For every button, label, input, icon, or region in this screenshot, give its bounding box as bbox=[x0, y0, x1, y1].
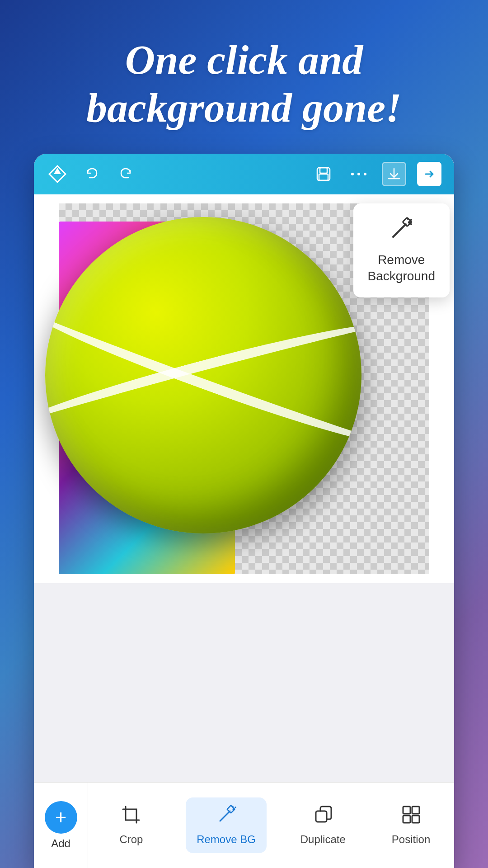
undo-button[interactable] bbox=[79, 162, 103, 186]
tool-list: Crop Remove BG bbox=[88, 783, 454, 868]
app-card: Remove Background + Add Crop bbox=[34, 154, 454, 868]
duplicate-label: Duplicate bbox=[300, 833, 346, 846]
svg-point-6 bbox=[357, 173, 360, 175]
hero-line1: One click and bbox=[125, 37, 363, 83]
more-options-button[interactable] bbox=[347, 162, 371, 186]
remove-background-tooltip: Remove Background bbox=[353, 203, 450, 297]
add-label: Add bbox=[51, 837, 70, 850]
hero-heading: One click and background gone! bbox=[0, 0, 488, 155]
svg-rect-4 bbox=[319, 174, 328, 180]
crop-tool[interactable]: Crop bbox=[99, 797, 163, 853]
svg-rect-19 bbox=[316, 811, 327, 822]
popup-label: Remove Background bbox=[368, 252, 435, 285]
svg-line-8 bbox=[393, 224, 406, 237]
redo-button[interactable] bbox=[114, 162, 139, 186]
add-circle-icon: + bbox=[45, 801, 77, 834]
crop-icon bbox=[121, 805, 141, 829]
position-label: Position bbox=[392, 833, 430, 846]
svg-point-13 bbox=[410, 223, 412, 225]
remove-bg-icon bbox=[216, 805, 236, 829]
svg-point-10 bbox=[408, 221, 411, 224]
position-tool[interactable]: Position bbox=[380, 797, 443, 853]
svg-point-16 bbox=[232, 808, 235, 811]
svg-point-18 bbox=[232, 806, 234, 807]
svg-point-11 bbox=[410, 219, 412, 221]
svg-line-14 bbox=[220, 811, 230, 821]
app-toolbar bbox=[34, 154, 454, 194]
svg-point-5 bbox=[351, 173, 354, 175]
svg-point-7 bbox=[364, 173, 366, 175]
hero-line2: background gone! bbox=[86, 85, 402, 131]
duplicate-tool[interactable]: Duplicate bbox=[290, 797, 357, 853]
svg-rect-23 bbox=[412, 816, 419, 823]
send-button[interactable] bbox=[417, 162, 441, 186]
svg-rect-21 bbox=[412, 807, 419, 814]
svg-rect-20 bbox=[403, 807, 410, 814]
duplicate-icon bbox=[313, 805, 333, 829]
remove-bg-tool[interactable]: Remove BG bbox=[186, 797, 267, 853]
magic-wand-icon bbox=[389, 216, 414, 246]
svg-rect-3 bbox=[320, 168, 327, 173]
remove-bg-label: Remove BG bbox=[197, 833, 256, 846]
canvas-area: Remove Background bbox=[34, 194, 454, 583]
download-button[interactable] bbox=[382, 162, 406, 186]
app-logo bbox=[47, 163, 68, 185]
svg-rect-22 bbox=[403, 816, 410, 823]
svg-point-17 bbox=[235, 807, 236, 808]
tennis-ball-image bbox=[45, 217, 361, 533]
position-icon bbox=[401, 805, 421, 829]
bottom-toolbar: + Add Crop bbox=[34, 782, 454, 868]
add-button[interactable]: + Add bbox=[34, 783, 88, 868]
svg-point-12 bbox=[407, 218, 408, 220]
crop-label: Crop bbox=[119, 833, 143, 846]
save-button[interactable] bbox=[311, 162, 336, 186]
